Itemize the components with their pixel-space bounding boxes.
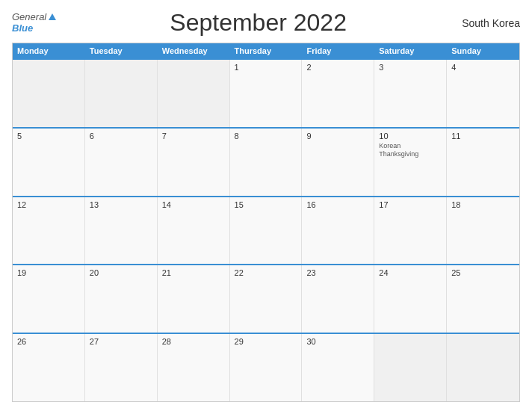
calendar-header: Monday Tuesday Wednesday Thursday Friday… <box>13 43 519 58</box>
logo: General Blue <box>12 12 56 34</box>
table-row: 7 <box>158 129 230 196</box>
header-wednesday: Wednesday <box>158 43 230 58</box>
table-row: 8 <box>230 129 303 196</box>
table-row: 5 <box>13 129 85 196</box>
week-1: 1 2 3 4 <box>13 58 519 127</box>
month-title: September 2022 <box>56 9 460 37</box>
table-row <box>447 334 519 401</box>
header-thursday: Thursday <box>230 43 303 58</box>
table-row: 3 <box>374 60 447 127</box>
table-row: 26 <box>13 334 85 401</box>
week-4: 19 20 21 22 23 24 25 <box>13 264 519 333</box>
table-row: 19 <box>13 265 85 333</box>
table-row: 2 <box>302 60 374 127</box>
table-row: 24 <box>374 265 447 333</box>
table-row <box>85 60 158 127</box>
table-row: 28 <box>158 334 230 401</box>
table-row: 25 <box>447 265 519 333</box>
table-row: 14 <box>158 197 230 265</box>
week-3: 12 13 14 15 16 17 18 <box>13 196 519 265</box>
table-row: 12 <box>13 197 85 265</box>
table-row: 20 <box>85 265 158 333</box>
table-row: 18 <box>447 197 519 265</box>
table-row: 23 <box>302 265 374 333</box>
page-header: General Blue September 2022 South Korea <box>12 9 520 37</box>
country-label: South Korea <box>460 17 520 29</box>
table-row: 13 <box>85 197 158 265</box>
table-row: 4 <box>447 60 519 127</box>
table-row: 1 <box>230 60 303 127</box>
table-row: 21 <box>158 265 230 333</box>
logo-blue-text: Blue <box>12 22 33 34</box>
table-row: 27 <box>85 334 158 401</box>
table-row: 10 Korean Thanksgiving <box>374 129 447 196</box>
logo-general-text: General <box>12 12 46 22</box>
table-row: 6 <box>85 129 158 196</box>
table-row: 16 <box>302 197 374 265</box>
table-row: 9 <box>302 129 374 196</box>
table-row: 15 <box>230 197 303 265</box>
calendar-grid: Monday Tuesday Wednesday Thursday Friday… <box>12 43 520 402</box>
table-row: 11 <box>447 129 519 196</box>
table-row: 17 <box>374 197 447 265</box>
holiday-label: Korean Thanksgiving <box>379 142 442 159</box>
table-row <box>374 334 447 401</box>
week-5: 26 27 28 29 30 <box>13 333 519 401</box>
week-2: 5 6 7 8 9 10 Korean Thanksgiving 11 <box>13 127 519 196</box>
table-row: 22 <box>230 265 303 333</box>
header-monday: Monday <box>13 43 85 58</box>
table-row <box>158 60 230 127</box>
header-sunday: Sunday <box>447 43 519 58</box>
table-row: 30 <box>302 334 374 401</box>
logo-triangle-icon <box>49 13 56 20</box>
header-friday: Friday <box>302 43 374 58</box>
table-row: 29 <box>230 334 303 401</box>
table-row <box>13 60 85 127</box>
header-saturday: Saturday <box>374 43 447 58</box>
calendar-body: 1 2 3 4 5 6 7 8 9 10 Korean Thanksgiving… <box>13 58 519 401</box>
header-tuesday: Tuesday <box>85 43 158 58</box>
calendar-page: General Blue September 2022 South Korea … <box>0 0 532 411</box>
